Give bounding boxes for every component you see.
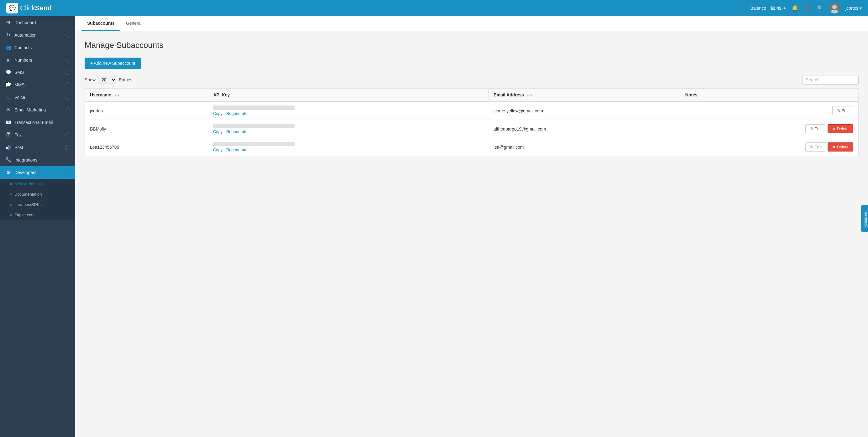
cell-notes-actions-0: ✎ Edit <box>680 101 858 120</box>
delete-button-1[interactable]: ✕ Delete <box>828 124 853 133</box>
developers-toggle[interactable] <box>65 170 70 175</box>
balance-label: Balance : <box>750 6 768 11</box>
sidebar-item-voice[interactable]: 📞 Voice <box>0 91 75 104</box>
logo-text: ClickSend <box>20 4 52 12</box>
table-row: jcortes Copy Regenerate jcortesyellow@gm… <box>85 101 859 120</box>
sidebar-sub-item-api-credentials[interactable]: API Credentials <box>0 179 75 189</box>
sms-toggle[interactable] <box>65 70 70 75</box>
post-toggle[interactable] <box>65 145 70 150</box>
numbers-toggle[interactable] <box>65 58 70 63</box>
email-marketing-toggle[interactable] <box>65 107 70 112</box>
regenerate-link-0[interactable]: Regenerate <box>226 111 248 116</box>
voice-icon: 📞 <box>5 95 11 100</box>
contacts-icon: 👥 <box>5 45 11 51</box>
page-title: Manage Subaccounts <box>85 40 859 50</box>
zapier-dot <box>10 214 12 216</box>
documentation-dot <box>10 194 12 195</box>
search-icon[interactable]: 🔍 <box>816 5 824 11</box>
balance-display: Balance : $2.49 + <box>750 6 785 11</box>
svg-point-1 <box>832 5 837 9</box>
sidebar-item-transactional-email[interactable]: 📧 Transactional Email <box>0 116 75 129</box>
mms-icon: 💭 <box>5 82 11 88</box>
content-area: Subaccounts General Manage Subaccounts +… <box>75 16 868 437</box>
username-display[interactable]: jcortes ▾ <box>845 6 862 11</box>
edit-button-1[interactable]: ✎ Edit <box>805 124 826 133</box>
top-navigation: 💬 ClickSend Balance : $2.49 + 🔔 ❓ 🔍 jcor… <box>0 0 868 16</box>
sidebar-item-automation[interactable]: ↻ Automation <box>0 29 75 41</box>
cell-username-0: jcortes <box>85 101 208 120</box>
edit-button-0[interactable]: ✎ Edit <box>832 106 853 115</box>
automation-icon: ↻ <box>5 32 11 38</box>
mms-toggle[interactable] <box>65 82 70 87</box>
cell-api-key-0: Copy Regenerate <box>208 101 489 120</box>
delete-button-2[interactable]: ✕ Delete <box>828 142 853 152</box>
subaccounts-table: Username ▲▼ API Key Email Address ▲▼ Not… <box>85 88 859 156</box>
col-email: Email Address ▲▼ <box>489 89 680 102</box>
cell-api-key-1: Copy Regenerate <box>208 120 489 138</box>
col-api-key: API Key <box>208 89 489 102</box>
sidebar-item-numbers[interactable]: # Numbers <box>0 54 75 66</box>
table-controls: Show 10 20 50 100 Entries <box>85 75 859 85</box>
sidebar-item-sms[interactable]: 💬 SMS <box>0 66 75 78</box>
username-sort-arrows[interactable]: ▲▼ <box>114 94 120 97</box>
search-input[interactable] <box>802 75 859 85</box>
copy-link-0[interactable]: Copy <box>213 111 222 116</box>
table-row: BBMolly Copy Regenerate altheabargo19@gm… <box>85 120 859 138</box>
balance-add-icon[interactable]: + <box>783 6 786 11</box>
nav-right: Balance : $2.49 + 🔔 ❓ 🔍 jcortes ▾ <box>750 3 862 13</box>
api-key-blurred-0 <box>213 105 294 110</box>
libraries-dot <box>10 204 12 206</box>
table-row: Lea123456789 Copy Regenerate lea@gmail.c… <box>85 138 859 156</box>
cell-email-2: lea@gmail.com <box>489 138 680 156</box>
sidebar-item-dashboard[interactable]: ⊞ Dashboard <box>0 16 75 29</box>
tabs-bar: Subaccounts General <box>75 16 868 31</box>
copy-link-1[interactable]: Copy <box>213 129 222 134</box>
help-icon[interactable]: ❓ <box>804 5 811 11</box>
sidebar: ⊞ Dashboard ↻ Automation 👥 Contacts # Nu… <box>0 16 75 437</box>
fax-toggle[interactable] <box>65 132 70 137</box>
table-header-row: Username ▲▼ API Key Email Address ▲▼ Not… <box>85 89 859 102</box>
developers-submenu: API Credentials Documentation Libraries/… <box>0 179 75 220</box>
entries-label: Entries <box>119 77 132 82</box>
dashboard-icon: ⊞ <box>5 20 11 25</box>
api-key-blurred-2 <box>213 142 294 146</box>
numbers-icon: # <box>5 57 11 63</box>
sidebar-item-developers[interactable]: ⚙ Developers <box>0 166 75 179</box>
tab-subaccounts[interactable]: Subaccounts <box>82 16 120 31</box>
add-subaccount-button[interactable]: + Add new Subaccount <box>85 58 141 69</box>
email-sort-arrows[interactable]: ▲▼ <box>526 94 533 97</box>
logo[interactable]: 💬 ClickSend <box>6 3 52 13</box>
sidebar-sub-item-zapier[interactable]: Zapier.com <box>0 210 75 220</box>
bell-icon[interactable]: 🔔 <box>792 5 799 11</box>
logo-icon: 💬 <box>6 3 18 13</box>
transactional-email-icon: 📧 <box>5 120 11 125</box>
integrations-icon: 🔧 <box>5 157 11 163</box>
sidebar-item-fax[interactable]: 📠 Fax <box>0 129 75 141</box>
sidebar-item-email-marketing[interactable]: ✉ Email Marketing <box>0 104 75 116</box>
sidebar-sub-item-libraries[interactable]: Libraries/SDKs <box>0 199 75 210</box>
cell-email-0: jcortesyellow@gmail.com <box>489 101 680 120</box>
page-content: Manage Subaccounts + Add new Subaccount … <box>75 31 868 437</box>
fax-icon: 📠 <box>5 132 11 138</box>
developers-icon: ⚙ <box>5 170 11 175</box>
post-icon: 📬 <box>5 145 11 150</box>
automation-toggle[interactable] <box>65 33 70 38</box>
regenerate-link-1[interactable]: Regenerate <box>226 129 248 134</box>
sidebar-item-post[interactable]: 📬 Post <box>0 141 75 154</box>
avatar[interactable] <box>829 3 840 13</box>
cell-username-2: Lea123456789 <box>85 138 208 156</box>
edit-button-2[interactable]: ✎ Edit <box>805 142 826 152</box>
sidebar-sub-item-documentation[interactable]: Documentation <box>0 189 75 199</box>
sidebar-item-contacts[interactable]: 👥 Contacts <box>0 41 75 54</box>
api-credentials-dot <box>10 183 12 185</box>
tab-general[interactable]: General <box>120 16 147 31</box>
main-layout: ⊞ Dashboard ↻ Automation 👥 Contacts # Nu… <box>0 16 868 437</box>
feedback-tab[interactable]: Feedback <box>861 205 868 232</box>
voice-toggle[interactable] <box>65 95 70 100</box>
copy-link-2[interactable]: Copy <box>213 147 222 152</box>
regenerate-link-2[interactable]: Regenerate <box>226 147 248 152</box>
col-username: Username ▲▼ <box>85 89 208 102</box>
sidebar-item-integrations[interactable]: 🔧 Integrations <box>0 154 75 166</box>
entries-select[interactable]: 10 20 50 100 <box>98 76 116 84</box>
sidebar-item-mms[interactable]: 💭 MMS <box>0 78 75 91</box>
